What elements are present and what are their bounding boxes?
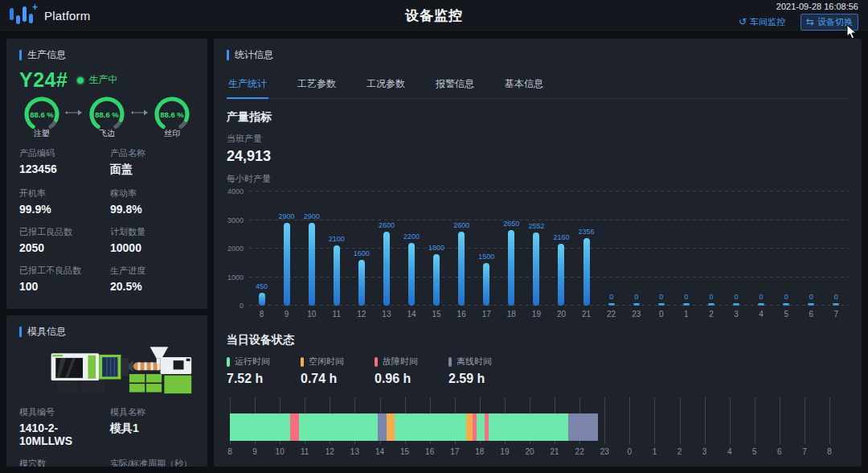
timeline-segment-run: [477, 413, 485, 441]
field-value: 面盖: [110, 162, 194, 177]
tab-工艺参数[interactable]: 工艺参数: [296, 72, 338, 98]
x-tick-label: 7: [824, 310, 849, 319]
app-header: + Platform 设备监控 2021-09-28 16:08:56 ↺车间监…: [0, 0, 868, 32]
legend-item-top: 故障时间: [375, 356, 418, 368]
bar: [458, 232, 465, 306]
field-value: 20.5%: [110, 280, 194, 293]
header-button-设备切换[interactable]: ⇆设备切换: [800, 14, 858, 31]
timeline-tick-label: 11: [301, 447, 309, 456]
x-tick-label: 15: [424, 310, 449, 319]
legend-item-run: 运行时间7.52 h: [227, 356, 270, 386]
x-tick-label: 8: [249, 310, 274, 319]
bar-value-label: 0: [834, 293, 838, 301]
timeline-tick-label: 14: [375, 447, 384, 456]
bar-value-label: 0: [709, 293, 713, 301]
shift-output-value: 24,913: [227, 148, 849, 165]
x-tick-label: 17: [474, 310, 499, 319]
gauge-丝印: 88.6 %丝印: [150, 95, 194, 139]
bar-value-label: 1600: [354, 249, 370, 257]
bar: [259, 293, 265, 306]
bar: [733, 303, 739, 306]
bar: [758, 303, 764, 306]
field-production: 稼动率99.8%: [110, 187, 194, 216]
timeline-segment-idle: [466, 413, 473, 441]
legend-name: 运行时间: [235, 356, 270, 368]
x-tick-label: 14: [399, 310, 424, 319]
bar: [358, 260, 365, 306]
legend-item-offline: 离线时间2.59 h: [448, 356, 492, 386]
legend-item-top: 空闲时间: [301, 356, 344, 368]
timeline-tick-label: 15: [400, 447, 409, 456]
timeline-tick-label: 18: [475, 447, 484, 456]
field-value: 100: [19, 280, 104, 293]
field-label: 模穴数: [19, 458, 104, 467]
x-tick-label: 0: [649, 310, 674, 319]
field-production: 产品编码123456: [19, 147, 104, 177]
header-button-label: 设备切换: [817, 16, 853, 28]
field-mold: 模具名称模具1: [110, 406, 194, 447]
device-status-title: 当日设备状态: [227, 333, 849, 348]
timeline-segment-fault: [290, 413, 299, 441]
tab-生产统计[interactable]: 生产统计: [227, 72, 268, 98]
bar: [658, 303, 665, 306]
legend-name: 离线时间: [457, 356, 492, 368]
legend-item-top: 运行时间: [227, 356, 270, 368]
bar: [508, 230, 514, 306]
hourly-output-label: 每小时产量: [227, 173, 849, 185]
bar-chart-plot-area: 4502900290021001600260022001800260015002…: [249, 191, 849, 306]
bar-column: 2900: [274, 191, 299, 306]
x-tick-label: 12: [349, 310, 374, 319]
bar-value-label: 2356: [579, 228, 595, 236]
machine-id: Y24#: [19, 68, 68, 92]
production-section-title: 生产信息: [27, 48, 66, 62]
gauge-注塑: 88.6 %注塑: [19, 95, 63, 139]
bar: [433, 254, 440, 306]
bar-column: 2552: [524, 191, 549, 306]
bar-column: 2100: [324, 191, 349, 306]
timeline-segment-idle: [387, 413, 395, 441]
legend-value: 0.74 h: [301, 372, 344, 386]
field-value: 123456: [19, 162, 104, 175]
timeline-segment-offline: [378, 413, 386, 441]
bar-value-label: 0: [735, 293, 739, 301]
timeline-tick-label: 20: [525, 447, 534, 456]
field-value: 10000: [110, 241, 194, 254]
x-tick-label: 2: [698, 310, 723, 319]
field-production: 计划数量10000: [110, 226, 194, 254]
timeline-tick-label: 16: [425, 447, 434, 456]
legend-name: 故障时间: [383, 356, 418, 368]
bar-column: 2600: [374, 191, 399, 306]
timeline-tick-label: 5: [752, 447, 757, 456]
tab-工况参数[interactable]: 工况参数: [365, 72, 407, 98]
device-switch-icon: ⇆: [806, 17, 814, 27]
gauge-arrow-icon: [131, 105, 149, 120]
timeline-segment-offline: [568, 413, 598, 441]
field-label: 模具名称: [110, 406, 194, 418]
bar-value-label: 1800: [428, 244, 444, 252]
bar: [558, 244, 564, 306]
bar: [383, 232, 390, 306]
timeline-gridline: [829, 397, 830, 444]
bar-value-label: 450: [256, 282, 268, 290]
header-button-车间监控[interactable]: ↺车间监控: [733, 14, 791, 31]
bar-column: 2160: [549, 191, 574, 306]
field-value: 99.9%: [19, 203, 104, 216]
tab-报警信息[interactable]: 报警信息: [434, 72, 476, 98]
x-tick-label: 9: [274, 310, 299, 319]
mold-fields: 模具编号1410-2-10MLLWS模具名称模具1模穴数16实际/标准周期（秒）…: [19, 406, 194, 467]
bar-column: 1600: [349, 191, 374, 306]
shift-output-label: 当班产量: [227, 133, 849, 145]
bar-value-label: 2100: [329, 235, 345, 243]
bar-column: 0: [749, 191, 774, 306]
timeline-tick-label: 0: [628, 447, 633, 456]
field-value: 1410-2-10MLLWS: [19, 422, 104, 447]
x-tick-label: 18: [499, 310, 524, 319]
timestamp: 2021-09-28 16:08:56: [776, 2, 858, 11]
x-tick-label: 22: [599, 310, 624, 319]
timeline-tick-label: 21: [551, 447, 559, 456]
production-fields: 产品编码123456产品名称面盖开机率99.9%稼动率99.8%已报工良品数20…: [19, 147, 194, 293]
tab-基本信息[interactable]: 基本信息: [503, 72, 545, 98]
device-status-legend: 运行时间7.52 h空闲时间0.74 h故障时间0.96 h离线时间2.59 h: [227, 356, 849, 386]
field-label: 产品名称: [110, 147, 194, 159]
bar-column: 0: [674, 191, 698, 306]
